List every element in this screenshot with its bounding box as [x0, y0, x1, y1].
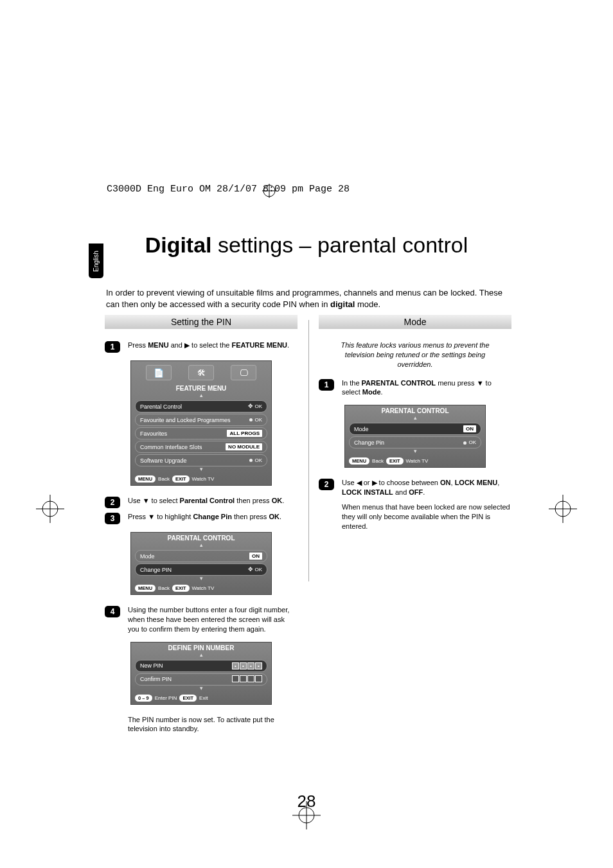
step-2: 2 Use ▼ to select Parental Control then …	[105, 496, 298, 508]
right-column: Mode This feature locks various menus to…	[319, 315, 511, 531]
step-1: 1 Press MENU and ▶ to select the FEATURE…	[105, 341, 298, 353]
section-header-setting-pin: Setting the PIN	[105, 315, 298, 329]
step-1: 1 In the PARENTAL CONTROL menu press ▼ t…	[319, 378, 511, 398]
tab-icon-3: 🖵	[231, 365, 256, 380]
step-number-icon: 1	[105, 341, 120, 353]
tab-icon-1: 📄	[146, 365, 172, 380]
mode-intro: This feature locks various menus to prev…	[328, 341, 502, 369]
osd-row: Parental Control✥OK	[135, 400, 267, 412]
osd-row: Change PIN✥OK	[135, 563, 267, 576]
osd-define-pin: DEFINE PIN NUMBER ▴ New PIN•••• Confirm …	[130, 642, 272, 705]
step-number-icon: 4	[105, 606, 120, 617]
osd-row: Common Interface SlotsNO MODULE	[135, 441, 267, 453]
osd-row: Favourite and Locked ProgrammesOK	[135, 414, 267, 426]
manual-page: C3000D Eng Euro OM 28/1/07 8:09 pm Page …	[0, 0, 613, 868]
column-divider	[308, 320, 309, 581]
osd-feature-menu: 📄 🛠 🖵 FEATURE MENU ▴ Parental Control✥OK…	[130, 360, 272, 486]
intro-paragraph: In order to prevent viewing of unsuitabl…	[106, 287, 508, 310]
registration-mark-top	[262, 184, 276, 198]
print-header: C3000D Eng Euro OM 28/1/07 8:09 pm Page …	[107, 184, 350, 195]
osd-row: Confirm PIN	[135, 673, 267, 686]
step-2: 2 Use ◀ or ▶ to choose between ON, LOCK …	[319, 478, 511, 497]
step-number-icon: 2	[105, 497, 120, 508]
osd-parental-control: PARENTAL CONTROL ▴ ModeON Change PIN✥OK …	[130, 532, 272, 595]
step-4: 4 Using the number buttons enter a four …	[105, 605, 298, 634]
step-1-text: Press MENU and ▶ to select the FEATURE M…	[128, 341, 289, 350]
osd-row: ModeON	[135, 550, 267, 562]
osd-row: Software UpgradeOK	[135, 454, 267, 466]
step-number-icon: 2	[319, 479, 334, 490]
step-number-icon: 1	[319, 379, 334, 391]
closing-note: The PIN number is now set. To activate p…	[128, 715, 298, 734]
step-number-icon: 3	[105, 513, 120, 524]
osd-footer: MENUBack EXITWatch TV	[131, 473, 271, 485]
osd-row: Change PinOK	[349, 436, 481, 448]
left-column: Setting the PIN 1 Press MENU and ▶ to se…	[105, 315, 298, 734]
page-title: Digital settings – parental control	[0, 233, 613, 258]
osd-parental-control: PARENTAL CONTROL ▴ ModeON Change PinOK ▾…	[344, 405, 486, 468]
osd-row: ModeON	[349, 423, 481, 435]
osd-row: FavouritesALL PROGS	[135, 427, 267, 439]
section-header-mode: Mode	[319, 315, 511, 329]
step-3: 3 Press ▼ to highlight Change Pin then p…	[105, 512, 298, 524]
osd-row: New PIN••••	[135, 660, 267, 672]
registration-mark-right	[549, 495, 577, 526]
closing-note: When menus that have been locked are now…	[342, 502, 511, 531]
tab-icon-2: 🛠	[188, 365, 214, 380]
registration-mark-left	[36, 495, 64, 526]
registration-mark-bottom	[292, 801, 321, 832]
